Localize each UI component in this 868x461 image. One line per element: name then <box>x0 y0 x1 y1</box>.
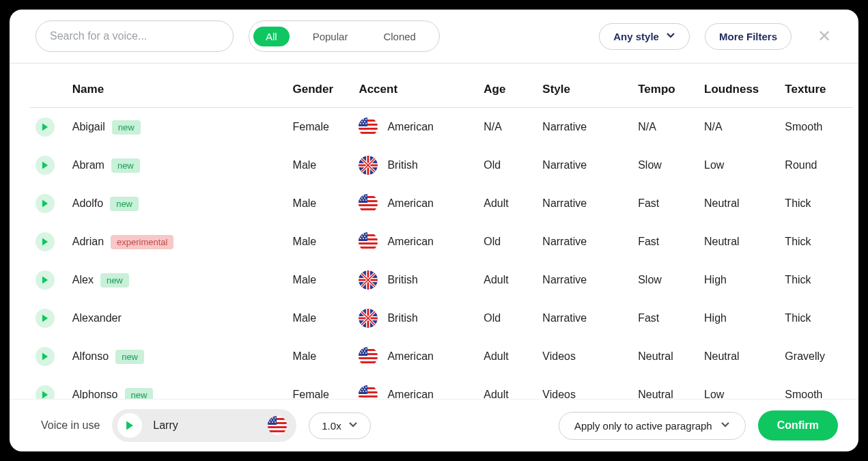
cell-loudness: Neutral <box>699 337 779 376</box>
confirm-button[interactable]: Confirm <box>758 410 838 441</box>
play-button[interactable] <box>36 194 55 213</box>
col-name[interactable]: Name <box>67 64 288 108</box>
footer: Voice in use Larry 1.0x Apply only to ac… <box>10 399 858 451</box>
col-tempo[interactable]: Tempo <box>632 64 699 108</box>
badge-new: new <box>115 350 144 364</box>
voice-name: Alfonso <box>72 350 109 363</box>
apply-scope-label: Apply only to active paragraph <box>574 420 712 432</box>
col-gender[interactable]: Gender <box>288 64 354 108</box>
cell-tempo: Fast <box>632 299 699 337</box>
cell-gender: Male <box>288 299 354 337</box>
voice-name: Alphonso <box>72 389 118 399</box>
table-row[interactable]: Alphonsonew Female American Adult Videos… <box>30 376 853 399</box>
voice-name: Adrian <box>72 236 104 248</box>
voice-name: Adolfo <box>72 197 103 210</box>
current-voice-pill[interactable]: Larry <box>112 409 296 442</box>
col-accent[interactable]: Accent <box>353 64 478 108</box>
speed-dropdown[interactable]: 1.0x <box>309 413 370 439</box>
cell-tempo: Slow <box>632 146 699 184</box>
cell-texture: Thick <box>779 261 853 299</box>
flag-icon <box>359 232 378 251</box>
cell-accent: American <box>387 121 434 133</box>
more-filters-label: More Filters <box>719 31 777 42</box>
table-row[interactable]: Alfonsonew Male American Adult Videos Ne… <box>30 337 853 376</box>
col-loudness[interactable]: Loudness <box>699 64 779 108</box>
cell-texture: Thick <box>779 223 853 261</box>
badge-new: new <box>100 273 129 288</box>
cell-accent: American <box>387 197 434 210</box>
cell-age: Old <box>478 223 537 261</box>
table-row[interactable]: Abramnew Male British Old Narrative Slow… <box>30 146 853 184</box>
cell-tempo: Neutral <box>632 337 699 376</box>
cell-gender: Female <box>288 376 354 399</box>
play-button[interactable] <box>36 117 55 137</box>
search-input[interactable] <box>36 20 234 52</box>
col-age[interactable]: Age <box>478 64 537 108</box>
voice-name: Alex <box>72 274 94 286</box>
cell-style: Narrative <box>537 184 632 223</box>
flag-icon <box>359 385 378 399</box>
play-button[interactable] <box>36 156 55 175</box>
flag-icon <box>359 156 378 175</box>
voice-table: Name Gender Accent Age Style Tempo Loudn… <box>30 64 853 399</box>
cell-age: Adult <box>478 376 537 399</box>
apply-scope-dropdown[interactable]: Apply only to active paragraph <box>559 412 746 440</box>
badge-experimental: experimental <box>111 235 173 249</box>
cell-age: Adult <box>478 261 537 299</box>
topbar: All Popular Cloned Any style More Filter… <box>10 10 858 64</box>
more-filters-button[interactable]: More Filters <box>705 23 792 50</box>
col-texture[interactable]: Texture <box>779 64 853 108</box>
cell-style: Videos <box>537 376 632 399</box>
chevron-down-icon <box>720 420 730 432</box>
table-row[interactable]: Adrianexperimental Male American Old Nar… <box>30 223 853 261</box>
chevron-down-icon <box>666 31 675 42</box>
flag-icon <box>268 416 287 435</box>
cell-texture: Round <box>779 146 853 184</box>
play-button[interactable] <box>36 232 55 251</box>
cell-style: Narrative <box>537 146 632 184</box>
flag-icon <box>359 270 378 290</box>
play-button[interactable] <box>36 309 55 328</box>
cell-loudness: Neutral <box>699 223 779 261</box>
play-current-voice-button[interactable] <box>117 413 142 438</box>
col-style[interactable]: Style <box>537 64 632 108</box>
cell-texture: Smooth <box>779 108 853 147</box>
cell-loudness: High <box>699 299 779 337</box>
cell-style: Narrative <box>537 223 632 261</box>
badge-new: new <box>110 197 139 211</box>
close-icon[interactable]: ✕ <box>811 24 838 48</box>
play-button[interactable] <box>36 385 55 399</box>
table-row[interactable]: Alexnew Male British Adult Narrative Slo… <box>30 261 853 299</box>
badge-new: new <box>111 158 140 173</box>
cell-loudness: High <box>699 261 779 299</box>
tab-popular[interactable]: Popular <box>300 27 361 46</box>
badge-new: new <box>112 120 141 135</box>
play-button[interactable] <box>36 347 55 366</box>
voice-name: Alexander <box>72 312 122 324</box>
flag-icon <box>359 117 378 137</box>
cell-accent: British <box>387 312 417 324</box>
cell-style: Narrative <box>537 261 632 299</box>
cell-age: Old <box>478 146 537 184</box>
tab-all[interactable]: All <box>253 27 290 46</box>
cell-accent: British <box>387 274 417 286</box>
table-row[interactable]: Alexander Male British Old Narrative Fas… <box>30 299 853 337</box>
any-style-label: Any style <box>613 31 659 42</box>
play-button[interactable] <box>36 270 55 290</box>
current-voice-name: Larry <box>153 419 257 432</box>
badge-new: new <box>125 388 154 400</box>
cell-age: Old <box>478 299 537 337</box>
cell-tempo: Slow <box>632 261 699 299</box>
tab-cloned[interactable]: Cloned <box>371 27 428 46</box>
any-style-dropdown[interactable]: Any style <box>599 23 690 50</box>
cell-tempo: Neutral <box>632 376 699 399</box>
table-row[interactable]: Abigailnew Female American N/A Narrative… <box>30 108 853 147</box>
cell-texture: Gravelly <box>779 337 853 376</box>
cell-style: Videos <box>537 337 632 376</box>
voice-table-scroll[interactable]: Name Gender Accent Age Style Tempo Loudn… <box>10 64 858 399</box>
cell-accent: American <box>387 350 434 363</box>
cell-gender: Male <box>288 223 354 261</box>
table-row[interactable]: Adolfonew Male American Adult Narrative … <box>30 184 853 223</box>
speed-value: 1.0x <box>322 420 341 432</box>
tab-group: All Popular Cloned <box>249 20 440 52</box>
